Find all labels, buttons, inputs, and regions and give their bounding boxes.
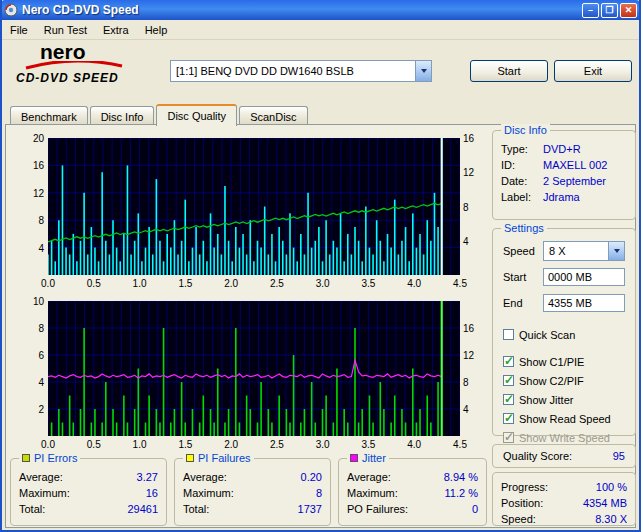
pi-failures-summary: PI Failures Average:0.20 Maximum:8 Total… [174, 458, 331, 526]
pi-errors-plot [48, 138, 460, 275]
start-row: Start 0000 MB [503, 267, 629, 287]
menubar: File Run Test Extra Help [2, 20, 639, 40]
speed-select[interactable]: 8 X [543, 241, 625, 261]
app-window: Nero CD-DVD Speed – ❐ ✕ File Run Test Ex… [0, 0, 641, 532]
po-failures-label: PO Failures: [347, 503, 408, 515]
axis-tick-label: 2.5 [267, 278, 287, 289]
axis-tick-label: 3.0 [313, 278, 333, 289]
summary-title-text: PI Failures [198, 452, 251, 464]
menu-file[interactable]: File [2, 22, 36, 38]
pi-failures-jitter-plot [48, 301, 460, 436]
summary-row: Average:8.94 % [347, 471, 478, 483]
progress-value: 100 % [596, 481, 627, 493]
axis-tick-label: 0.5 [84, 278, 104, 289]
end-row: End 4355 MB [503, 293, 629, 313]
checkbox-label: Show C1/PIE [519, 356, 584, 368]
menu-extra[interactable]: Extra [95, 22, 137, 38]
maximum-label: Maximum: [19, 487, 70, 499]
axis-tick-label: 4 [463, 236, 483, 247]
axis-tick-label: 4 [26, 243, 44, 254]
disc-id-value: MAXELL 002 [543, 159, 607, 171]
summary-row: Average:0.20 [183, 471, 322, 483]
end-input[interactable]: 4355 MB [543, 294, 625, 312]
checkbox-label: Show Write Speed [519, 432, 610, 444]
jitter-summary: Jitter Average:8.94 % Maximum:11.2 % PO … [338, 458, 487, 526]
checkbox-box [503, 432, 514, 443]
axis-tick-label: 8 [26, 215, 44, 226]
summary-row: Maximum:11.2 % [347, 487, 478, 499]
total-label: Total: [183, 503, 209, 515]
quality-score-label: Quality Score: [503, 450, 572, 462]
axis-tick-label: 4.5 [450, 278, 470, 289]
summary-row: Total:1737 [183, 503, 322, 515]
axis-tick-label: 4 [26, 377, 44, 388]
nero-logo: nero CD-DVD SPEED [16, 42, 166, 85]
show-jitter-checkbox[interactable]: Show Jitter [503, 392, 635, 407]
tab-scandisc[interactable]: ScanDisc [239, 106, 307, 126]
tab-disc-quality[interactable]: Disc Quality [156, 104, 237, 126]
axis-tick-label: 2.5 [267, 439, 287, 450]
axis-tick-label: 1.0 [130, 278, 150, 289]
total-label: Total: [19, 503, 45, 515]
jitter-color-swatch [350, 454, 358, 462]
axis-tick-label: 2.0 [221, 278, 241, 289]
axis-tick-label: 3.0 [313, 439, 333, 450]
axis-tick-label: 4.5 [450, 439, 470, 450]
quick-scan-checkbox[interactable]: Quick Scan [503, 327, 635, 342]
axis-tick-label: 1.5 [175, 278, 195, 289]
drive-select[interactable]: [1:1] BENQ DVD DD DW1640 BSLB [170, 60, 432, 82]
disc-info-row: Type:DVD+R [501, 141, 627, 157]
axis-tick-label: 3.5 [358, 439, 378, 450]
axis-tick-label: 2.0 [221, 439, 241, 450]
disc-id-label: ID: [501, 159, 543, 171]
speed-label: Speed: [501, 513, 536, 525]
disc-info-group: Disc Info Type:DVD+R ID:MAXELL 002 Date:… [492, 130, 636, 220]
maximum-label: Maximum: [347, 487, 398, 499]
start-button[interactable]: Start [470, 60, 548, 82]
position-label: Position: [501, 497, 543, 509]
axis-tick-label: 2 [26, 404, 44, 415]
axis-tick-label: 4.0 [404, 278, 424, 289]
disc-info-row: Label:Jdrama [501, 189, 627, 205]
menu-run-test[interactable]: Run Test [36, 22, 95, 38]
summary-title-text: Jitter [362, 452, 386, 464]
progress-box: Progress:100 % Position:4354 MB Speed:8.… [492, 472, 636, 526]
checkbox-box [503, 394, 514, 405]
close-button[interactable]: ✕ [620, 3, 637, 18]
show-c1-pie-checkbox[interactable]: Show C1/PIE [503, 354, 635, 369]
exit-button[interactable]: Exit [554, 60, 632, 82]
checkbox-box [503, 375, 514, 386]
maximize-button[interactable]: ❐ [601, 3, 618, 18]
app-icon [4, 3, 18, 17]
dropdown-arrow-icon[interactable] [608, 242, 624, 260]
axis-tick-label: 8 [463, 377, 483, 388]
average-label: Average: [19, 471, 63, 483]
disc-label-label: Label: [501, 191, 543, 203]
disc-label-value: Jdrama [543, 191, 580, 203]
menu-help[interactable]: Help [137, 22, 176, 38]
start-input[interactable]: 0000 MB [543, 268, 625, 286]
summary-title-text: PI Errors [34, 452, 77, 464]
axis-tick-label: 8 [463, 202, 483, 213]
axis-tick-label: 4.0 [404, 439, 424, 450]
speed-value: 8.30 X [595, 513, 627, 525]
show-c2-pif-checkbox[interactable]: Show C2/PIF [503, 373, 635, 388]
settings-group-title: Settings [501, 222, 547, 234]
minimize-button[interactable]: – [582, 3, 599, 18]
tab-disc-info[interactable]: Disc Info [90, 106, 155, 126]
nero-logo-text: nero [40, 42, 166, 61]
end-label: End [503, 297, 543, 309]
average-label: Average: [347, 471, 391, 483]
position-row: Position:4354 MB [501, 497, 627, 509]
speed-row: Speed 8 X [503, 241, 629, 261]
show-read-speed-checkbox[interactable]: Show Read Speed [503, 411, 635, 426]
tab-benchmark[interactable]: Benchmark [10, 106, 88, 126]
summary-row: Average:3.27 [19, 471, 158, 483]
checkbox-box [503, 413, 514, 424]
dropdown-arrow-icon[interactable] [415, 61, 431, 81]
pi-failures-color-swatch [186, 454, 194, 462]
axis-tick-label: 0.0 [38, 278, 58, 289]
axis-tick-label: 0.5 [84, 439, 104, 450]
pi-errors-chart: 201612841612840.00.51.01.52.02.53.03.54.… [26, 132, 488, 292]
speed-select-value: 8 X [544, 242, 608, 260]
